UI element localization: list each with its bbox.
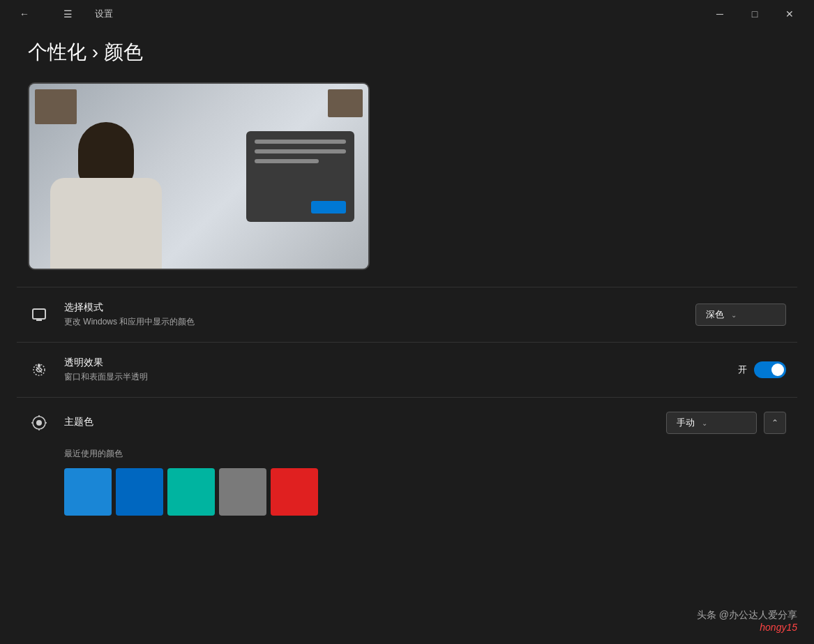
preview-background	[29, 84, 368, 269]
title-bar: ← ☰ 设置 ─ □ ✕	[0, 0, 814, 28]
mode-dropdown-value: 深色	[706, 308, 724, 321]
accent-dropdown-value: 手动	[677, 417, 695, 429]
close-button[interactable]: ✕	[774, 3, 806, 25]
transparency-section: 透明效果 窗口和表面显示半透明 开	[17, 342, 797, 397]
photo-frame-right	[328, 89, 363, 117]
mode-section: 选择模式 更改 Windows 和应用中显示的颜色 深色 ⌄	[17, 287, 797, 342]
mode-content: 选择模式 更改 Windows 和应用中显示的颜色	[64, 301, 681, 328]
toggle-on-label: 开	[738, 364, 747, 376]
page-header: 个性化 › 颜色	[0, 28, 814, 82]
maximize-button[interactable]: □	[739, 3, 771, 25]
svg-point-4	[38, 365, 40, 367]
color-swatch-0[interactable]	[64, 468, 112, 516]
person-body	[50, 178, 162, 269]
popup-button	[311, 201, 346, 214]
color-swatch-1[interactable]	[116, 468, 163, 516]
popup-line-1	[255, 140, 346, 144]
color-swatch-3[interactable]	[219, 468, 266, 516]
accent-expanded-content: 最近使用的颜色	[28, 434, 786, 516]
transparency-content: 透明效果 窗口和表面显示半透明	[64, 357, 724, 383]
popup-line-3	[255, 159, 319, 163]
color-swatch-2[interactable]	[167, 468, 215, 516]
menu-button[interactable]: ☰	[52, 3, 84, 25]
accent-dropdown-arrow-icon: ⌄	[702, 419, 707, 427]
watermark-line1: 头条 @办公达人爱分享	[697, 609, 797, 622]
person-silhouette	[43, 115, 183, 269]
accent-content: 主题色	[64, 416, 652, 430]
preview-inner	[29, 84, 368, 269]
accent-collapse-button[interactable]: ⌃	[764, 412, 786, 434]
accent-color-section: 主题色 手动 ⌄ ⌃ 最近使用的颜色	[17, 397, 797, 530]
transparency-control: 开	[738, 361, 786, 378]
minimize-button[interactable]: ─	[704, 3, 736, 25]
accent-header-row: 主题色 手动 ⌄ ⌃	[28, 412, 786, 434]
accent-dropdown[interactable]: 手动 ⌄	[666, 412, 757, 434]
accent-title: 主题色	[64, 416, 652, 428]
transparency-subtitle: 窗口和表面显示半透明	[64, 371, 724, 383]
preview-popup	[246, 131, 354, 222]
svg-rect-0	[33, 309, 45, 319]
mode-dropdown[interactable]: 深色 ⌄	[695, 304, 786, 326]
color-swatches	[64, 468, 786, 516]
accent-control: 手动 ⌄ ⌃	[666, 412, 786, 434]
person-head	[78, 122, 134, 185]
app-title: 设置	[95, 8, 113, 20]
accent-icon	[28, 412, 50, 434]
mode-title: 选择模式	[64, 301, 681, 314]
toggle-thumb	[771, 364, 784, 376]
mode-control: 深色 ⌄	[695, 304, 786, 326]
page-title: 个性化 › 颜色	[28, 39, 786, 66]
watermark-line2: hongy15	[760, 622, 797, 633]
transparency-title: 透明效果	[64, 357, 724, 369]
transparency-icon	[28, 359, 50, 381]
color-swatch-4[interactable]	[271, 468, 318, 516]
window-controls: ─ □ ✕	[704, 3, 806, 25]
recent-colors-label: 最近使用的颜色	[64, 448, 786, 460]
mode-icon	[28, 304, 50, 326]
title-bar-left: ← ☰ 设置	[8, 3, 113, 25]
back-button[interactable]: ←	[8, 3, 40, 25]
theme-preview	[28, 82, 370, 270]
mode-subtitle: 更改 Windows 和应用中显示的颜色	[64, 316, 681, 328]
svg-point-6	[36, 420, 42, 426]
popup-line-2	[255, 149, 346, 153]
watermark: 头条 @办公达人爱分享 hongy15	[697, 609, 797, 633]
dropdown-arrow-icon: ⌄	[731, 311, 737, 319]
transparency-toggle[interactable]	[754, 361, 786, 378]
